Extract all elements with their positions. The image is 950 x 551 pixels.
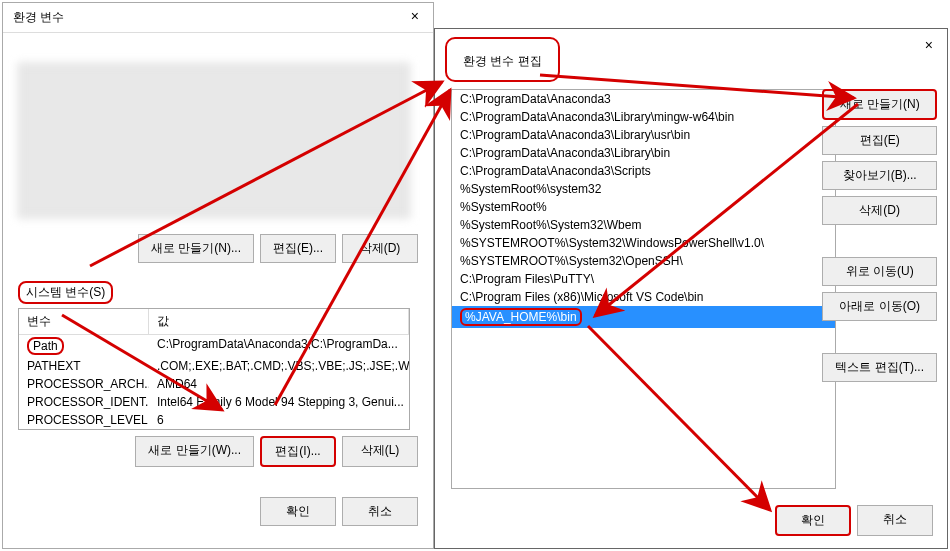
var-value: .COM;.EXE;.BAT;.CMD;.VBS;.VBE;.JS;.JSE;.…	[149, 358, 409, 374]
user-variables-section	[18, 63, 410, 218]
path-list[interactable]: C:\ProgramData\Anaconda3 C:\ProgramData\…	[451, 89, 836, 489]
list-item[interactable]: %SystemRoot%	[452, 198, 835, 216]
edit-env-variable-dialog: 환경 변수 편집 × C:\ProgramData\Anaconda3 C:\P…	[434, 28, 948, 549]
table-row[interactable]: PROCESSOR_ARCH... AMD64	[19, 375, 409, 393]
user-delete-button[interactable]: 삭제(D)	[342, 234, 418, 263]
dialog-title: 환경 변수	[3, 3, 433, 33]
edit-dialog-title: 환경 변수 편집	[445, 37, 560, 82]
var-name: PATHEXT	[19, 358, 149, 374]
list-item[interactable]: C:\ProgramData\Anaconda3\Library\bin	[452, 144, 835, 162]
var-name: PROCESSOR_ARCH...	[19, 376, 149, 392]
table-row[interactable]: PATHEXT .COM;.EXE;.BAT;.CMD;.VBS;.VBE;.J…	[19, 357, 409, 375]
var-value: C:\ProgramData\Anaconda3;C:\ProgramDa...	[149, 336, 409, 356]
list-item[interactable]: C:\ProgramData\Anaconda3\Library\mingw-w…	[452, 108, 835, 126]
browse-button[interactable]: 찾아보기(B)...	[822, 161, 937, 190]
system-var-buttons: 새로 만들기(W)... 편집(I)... 삭제(L)	[3, 430, 433, 477]
list-item[interactable]: C:\Program Files (x86)\Microsoft VS Code…	[452, 288, 835, 306]
list-item[interactable]: C:\ProgramData\Anaconda3\Scripts	[452, 162, 835, 180]
ok-button[interactable]: 확인	[775, 505, 851, 536]
path-variable-name: Path	[27, 337, 64, 355]
var-value: Intel64 Family 6 Model 94 Stepping 3, Ge…	[149, 394, 409, 410]
list-item-selected[interactable]: %JAVA_HOME%\bin	[452, 306, 835, 328]
list-item[interactable]: %SystemRoot%\system32	[452, 180, 835, 198]
new-button[interactable]: 새로 만들기(N)	[822, 89, 937, 120]
list-item[interactable]: C:\ProgramData\Anaconda3\Library\usr\bin	[452, 126, 835, 144]
java-home-path: %JAVA_HOME%\bin	[460, 308, 582, 326]
move-up-button[interactable]: 위로 이동(U)	[822, 257, 937, 286]
system-edit-button[interactable]: 편집(I)...	[260, 436, 336, 467]
move-down-button[interactable]: 아래로 이동(O)	[822, 292, 937, 321]
edit-side-buttons: 새로 만들기(N) 편집(E) 찾아보기(B)... 삭제(D) 위로 이동(U…	[822, 89, 937, 382]
delete-button[interactable]: 삭제(D)	[822, 196, 937, 225]
list-item[interactable]: %SYSTEMROOT%\System32\OpenSSH\	[452, 252, 835, 270]
system-variables-table[interactable]: 변수 값 Path C:\ProgramData\Anaconda3;C:\Pr…	[18, 308, 410, 430]
system-new-button[interactable]: 새로 만들기(W)...	[135, 436, 254, 467]
var-name: PROCESSOR_IDENT...	[19, 394, 149, 410]
dialog-bottom-buttons: 확인 취소	[3, 477, 433, 546]
close-icon[interactable]: ×	[919, 35, 939, 55]
list-item[interactable]: C:\ProgramData\Anaconda3	[452, 90, 835, 108]
table-header: 변수 값	[19, 309, 409, 335]
user-edit-button[interactable]: 편집(E)...	[260, 234, 336, 263]
var-name: PROCESSOR_LEVEL	[19, 412, 149, 428]
system-variables-label: 시스템 변수(S)	[18, 281, 113, 304]
close-icon[interactable]: ×	[405, 6, 425, 26]
header-name: 변수	[19, 309, 149, 334]
system-delete-button[interactable]: 삭제(L)	[342, 436, 418, 467]
env-variables-dialog: 환경 변수 × 새로 만들기(N)... 편집(E)... 삭제(D) 시스템 …	[2, 2, 434, 549]
var-value: 6	[149, 412, 409, 428]
list-item[interactable]: C:\Program Files\PuTTY\	[452, 270, 835, 288]
cancel-button[interactable]: 취소	[857, 505, 933, 536]
table-row[interactable]: Path C:\ProgramData\Anaconda3;C:\Program…	[19, 335, 409, 357]
edit-bottom-buttons: 확인 취소	[775, 505, 933, 536]
cancel-button[interactable]: 취소	[342, 497, 418, 526]
list-item[interactable]: %SYSTEMROOT%\System32\WindowsPowerShell\…	[452, 234, 835, 252]
header-value: 값	[149, 309, 409, 334]
user-var-buttons: 새로 만들기(N)... 편집(E)... 삭제(D)	[3, 228, 433, 273]
var-value: AMD64	[149, 376, 409, 392]
edit-button[interactable]: 편집(E)	[822, 126, 937, 155]
user-new-button[interactable]: 새로 만들기(N)...	[138, 234, 254, 263]
list-item[interactable]: %SystemRoot%\System32\Wbem	[452, 216, 835, 234]
table-row[interactable]: PROCESSOR_IDENT... Intel64 Family 6 Mode…	[19, 393, 409, 411]
text-edit-button[interactable]: 텍스트 편집(T)...	[822, 353, 937, 382]
table-row[interactable]: PROCESSOR_LEVEL 6	[19, 411, 409, 429]
ok-button[interactable]: 확인	[260, 497, 336, 526]
